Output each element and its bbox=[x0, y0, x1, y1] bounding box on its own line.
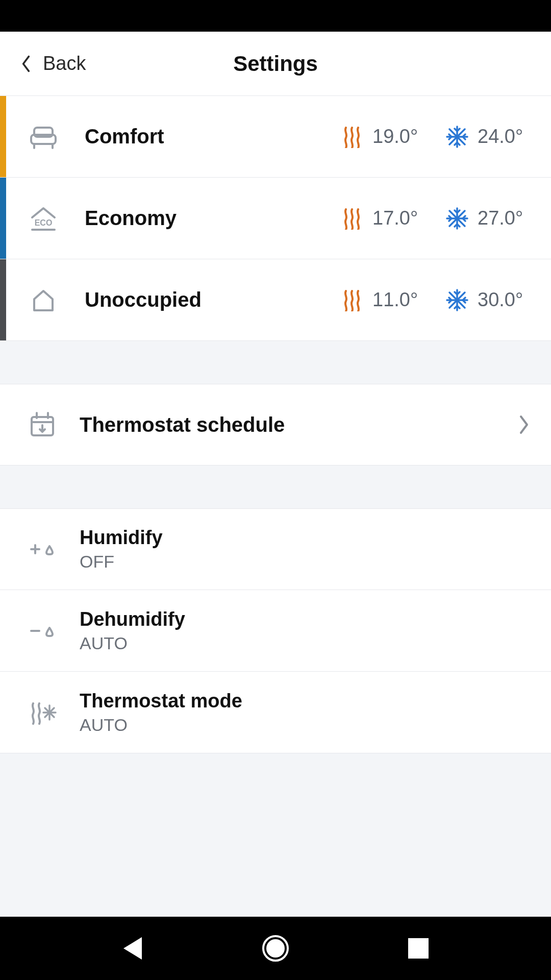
heat-icon bbox=[341, 126, 363, 148]
heat-value: 11.0° bbox=[372, 289, 429, 311]
thermostat-mode-row[interactable]: Thermostat mode AUTO bbox=[0, 672, 551, 753]
heat-setpoint: 19.0° bbox=[341, 126, 429, 148]
heat-icon bbox=[341, 289, 363, 311]
nav-back-button[interactable] bbox=[118, 934, 147, 963]
heat-icon bbox=[341, 207, 363, 230]
nav-recent-button[interactable] bbox=[404, 934, 433, 963]
snowflake-icon bbox=[446, 126, 468, 148]
heat-setpoint: 17.0° bbox=[341, 207, 429, 230]
cool-value: 30.0° bbox=[478, 289, 534, 311]
mode-label: Economy bbox=[85, 207, 341, 230]
sofa-icon bbox=[26, 125, 61, 149]
snowflake-icon bbox=[446, 289, 468, 311]
setting-value: AUTO bbox=[80, 633, 185, 653]
heat-setpoint: 11.0° bbox=[341, 289, 429, 311]
setting-title: Humidify bbox=[80, 527, 163, 549]
dehumidify-row[interactable]: Dehumidify AUTO bbox=[0, 590, 551, 672]
svg-text:ECO: ECO bbox=[35, 218, 53, 227]
calendar-icon bbox=[24, 411, 60, 438]
setting-title: Dehumidify bbox=[80, 608, 185, 630]
cool-setpoint: 27.0° bbox=[446, 207, 534, 230]
cool-setpoint: 30.0° bbox=[446, 289, 534, 311]
triangle-back-icon bbox=[123, 937, 142, 960]
section-gap bbox=[0, 465, 551, 508]
mode-label: Unoccupied bbox=[85, 288, 341, 311]
mode-color-bar bbox=[0, 178, 6, 259]
section-gap bbox=[0, 341, 551, 384]
back-button[interactable]: Back bbox=[20, 53, 86, 75]
android-nav-bar bbox=[0, 917, 551, 980]
schedule-label: Thermostat schedule bbox=[80, 413, 517, 436]
thermostat-mode-icon bbox=[24, 700, 60, 725]
back-label: Back bbox=[43, 53, 86, 75]
cool-setpoint: 24.0° bbox=[446, 126, 534, 148]
mode-label: Comfort bbox=[85, 125, 341, 148]
heat-value: 19.0° bbox=[372, 126, 429, 148]
mode-color-bar bbox=[0, 96, 6, 177]
thermostat-schedule-row[interactable]: Thermostat schedule bbox=[0, 384, 551, 465]
humidify-row[interactable]: Humidify OFF bbox=[0, 508, 551, 590]
nav-home-button[interactable] bbox=[261, 934, 290, 963]
settings-screen: Back Settings Comfort 19.0° bbox=[0, 32, 551, 917]
dehumidify-icon bbox=[24, 621, 60, 641]
mode-row-unoccupied[interactable]: Unoccupied 11.0° bbox=[0, 259, 551, 341]
cool-value: 24.0° bbox=[478, 126, 534, 148]
status-bar bbox=[0, 0, 551, 32]
circle-home-icon bbox=[262, 935, 289, 962]
setting-value: AUTO bbox=[80, 715, 242, 735]
eco-house-icon: ECO bbox=[26, 205, 61, 232]
mode-color-bar bbox=[0, 259, 6, 340]
header: Back Settings bbox=[0, 32, 551, 96]
cool-value: 27.0° bbox=[478, 207, 534, 229]
square-recent-icon bbox=[408, 938, 429, 959]
heat-value: 17.0° bbox=[372, 207, 429, 229]
snowflake-icon bbox=[446, 207, 468, 230]
mode-row-comfort[interactable]: Comfort 19.0° bbox=[0, 96, 551, 178]
setting-title: Thermostat mode bbox=[80, 690, 242, 712]
mode-row-economy[interactable]: ECO Economy 17.0° bbox=[0, 178, 551, 259]
chevron-right-icon bbox=[517, 414, 531, 435]
chevron-left-icon bbox=[20, 55, 32, 73]
house-icon bbox=[26, 287, 61, 313]
setting-value: OFF bbox=[80, 552, 163, 572]
humidify-icon bbox=[24, 539, 60, 559]
